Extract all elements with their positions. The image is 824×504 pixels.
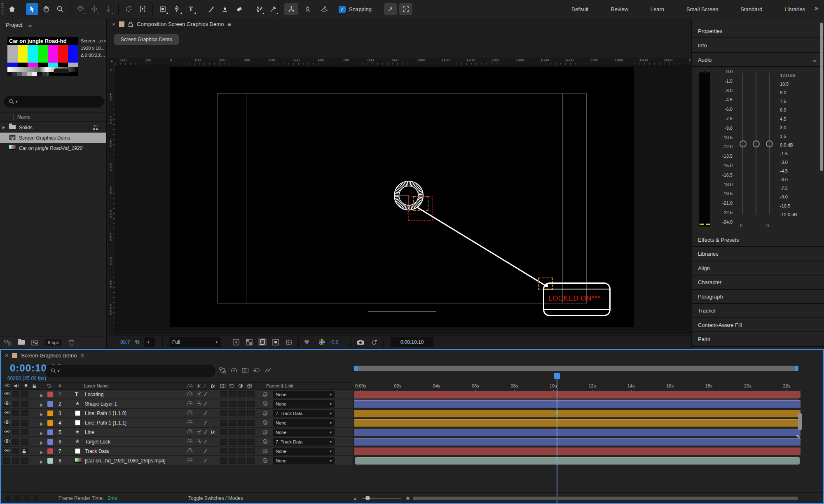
index-column-label[interactable]: #	[59, 383, 61, 388]
label-color-chip[interactable]	[47, 439, 53, 445]
audio-toggle[interactable]	[12, 457, 19, 464]
collapse-switch[interactable]	[197, 391, 202, 397]
switch-cell[interactable]	[229, 410, 236, 416]
layer-name[interactable]: Track Data	[85, 448, 109, 454]
quality-switch[interactable]: ∕	[205, 410, 211, 416]
lock-toggle[interactable]	[21, 391, 28, 397]
collapse-switch[interactable]	[197, 401, 202, 406]
section-character[interactable]: Character	[692, 276, 824, 290]
search-options-chevron[interactable]: ▾	[16, 100, 18, 104]
switch-cell[interactable]	[220, 410, 227, 416]
video-toggle[interactable]	[3, 391, 10, 397]
rotate-tool[interactable]	[122, 3, 135, 15]
switch-cell[interactable]	[220, 448, 227, 454]
interpret-footage-icon[interactable]	[4, 340, 12, 345]
video-toggle[interactable]	[3, 429, 10, 435]
audio-toggle[interactable]	[12, 448, 19, 454]
roto-brush-tool[interactable]	[253, 3, 265, 15]
audio-toggle[interactable]	[12, 439, 19, 445]
fx-switch[interactable]: fx	[211, 429, 215, 435]
vertical-ruler[interactable]: 01002003004005006007008009001000	[108, 65, 115, 334]
project-menu-icon[interactable]: ≡	[28, 21, 32, 28]
switch-cell[interactable]	[229, 391, 236, 397]
workspace-libraries[interactable]: Libraries	[784, 6, 805, 12]
name-column-header[interactable]: Name	[0, 112, 106, 122]
layer-row-7[interactable]: 7Track Data∕None▾	[1, 447, 353, 456]
shy-switch[interactable]	[187, 401, 193, 406]
switch-cell[interactable]	[247, 439, 255, 445]
expand-chevron-icon[interactable]	[40, 459, 43, 465]
switch-cell[interactable]	[220, 391, 227, 397]
selection-tool[interactable]	[26, 3, 38, 15]
audio-toggle[interactable]	[12, 391, 19, 397]
audio-slider-knob[interactable]	[766, 140, 773, 147]
video-toggle[interactable]	[3, 401, 10, 407]
label-color-chip[interactable]	[47, 458, 53, 464]
label-color-chip[interactable]	[47, 429, 53, 435]
switch-cell[interactable]	[238, 391, 246, 397]
video-toggle[interactable]	[3, 420, 10, 426]
video-toggle[interactable]	[3, 439, 10, 445]
expand-transfer-controls-icon[interactable]	[14, 495, 20, 501]
shy-layers-icon[interactable]	[231, 367, 237, 373]
workspace-review[interactable]: Review	[611, 6, 628, 12]
layer-bar-3[interactable]	[354, 410, 801, 418]
layer-row-5[interactable]: 5★Line∕fxNone▾	[1, 428, 353, 437]
audio-slider-knob[interactable]	[740, 140, 747, 147]
guides-icon[interactable]	[284, 338, 293, 346]
video-toggle[interactable]	[3, 448, 10, 454]
time-ruler[interactable]: 0:00s02s04s06s08s10s12s14s16s18s20s22s	[353, 373, 798, 389]
viewer-tab-title[interactable]: Composition Screen Graphics Demo	[137, 21, 224, 27]
panel-grip[interactable]	[1, 3, 4, 15]
orbit-tool[interactable]	[74, 3, 87, 15]
graph-editor-icon[interactable]	[265, 367, 271, 373]
lock-icon[interactable]	[128, 21, 133, 27]
layer-bar-8[interactable]	[355, 457, 800, 465]
type-tool[interactable]: T	[185, 3, 197, 15]
mini-flowchart-icon[interactable]	[219, 367, 226, 373]
audio-slider-knob[interactable]	[753, 140, 760, 147]
zoom-tool[interactable]	[54, 3, 66, 15]
parent-dropdown[interactable]: None▾	[273, 429, 335, 436]
quality-switch[interactable]: ∕	[205, 401, 211, 407]
audio-toggle[interactable]	[12, 410, 19, 416]
home-tool[interactable]	[6, 3, 18, 15]
parent-pickwhip-icon[interactable]	[263, 458, 267, 463]
zoom-value[interactable]: 88.7	[120, 339, 130, 345]
audio-toggle[interactable]	[12, 401, 19, 407]
parent-pickwhip-icon[interactable]	[263, 411, 267, 415]
project-item-solids[interactable]: Solids	[0, 122, 106, 133]
project-item-car-on-jungle-road-hd-1920[interactable]: Car on jungle Road-hd_1920	[0, 143, 106, 153]
expand-layer-switches-icon[interactable]	[4, 495, 10, 501]
label-color-chip[interactable]	[47, 401, 53, 407]
switch-cell[interactable]	[247, 448, 255, 454]
project-item-screen-graphics-demo[interactable]: Screen Graphics Demo	[0, 133, 106, 143]
close-icon[interactable]: ×	[5, 352, 8, 359]
mask-visibility-icon[interactable]	[271, 338, 280, 346]
quality-switch[interactable]: ∕	[205, 420, 211, 426]
hand-tool[interactable]	[40, 3, 52, 15]
audio-toggle[interactable]	[12, 429, 19, 435]
layer-bar-6[interactable]	[354, 438, 801, 446]
parent-dropdown[interactable]: 7. Track Data▾	[273, 410, 335, 417]
switch-cell[interactable]	[220, 420, 227, 426]
switch-cell[interactable]	[238, 420, 246, 426]
local-axis-button[interactable]	[284, 3, 298, 15]
switch-cell[interactable]	[229, 429, 236, 435]
parent-pickwhip-icon[interactable]	[263, 439, 267, 444]
section-tracker[interactable]: Tracker	[692, 304, 824, 318]
quality-switch[interactable]: ∕	[205, 448, 211, 454]
expand-chevron-icon[interactable]	[40, 412, 43, 418]
lock-toggle[interactable]	[21, 401, 28, 407]
world-axis-button[interactable]	[301, 3, 315, 15]
frame-blending-icon[interactable]	[242, 367, 249, 373]
section-audio[interactable]: Audio ≡	[692, 53, 824, 67]
parent-dropdown[interactable]: None▾	[273, 391, 335, 398]
pen-tool[interactable]	[171, 3, 183, 15]
parent-dropdown[interactable]: None▾	[273, 419, 335, 427]
switch-cell[interactable]	[229, 420, 236, 426]
switch-cell[interactable]	[220, 401, 227, 407]
layer-bar-4[interactable]	[354, 419, 801, 427]
quality-switch[interactable]: ∕	[205, 439, 211, 445]
shy-switch[interactable]	[187, 410, 193, 415]
